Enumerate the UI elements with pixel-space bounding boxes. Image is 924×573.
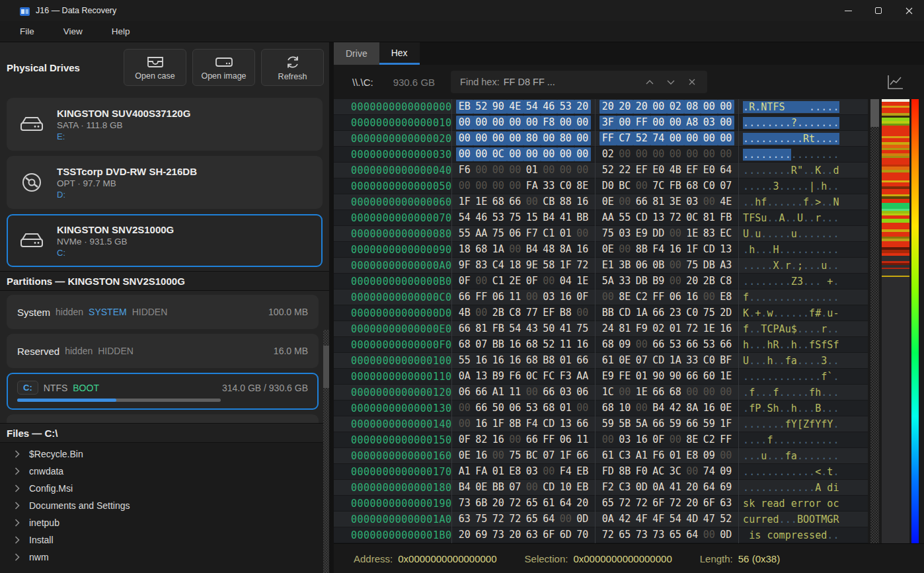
hex-byte[interactable]: 16 [557,290,574,304]
hex-byte[interactable]: 20 [684,496,701,510]
hex-byte[interactable]: 6F [650,496,668,510]
drive-card[interactable]: KINGSTON SUV400S37120GSATA · 111.8 GBE: [7,98,323,151]
hex-byte[interactable]: 68 [684,179,701,193]
hex-byte[interactable]: CD [701,243,718,256]
hex-byte[interactable]: 66 [507,195,524,209]
hex-byte[interactable]: 61 [599,449,617,463]
hex-byte[interactable]: 08 [684,100,701,114]
hex-byte[interactable]: 4D [684,512,701,526]
hex-byte[interactable]: 06 [574,385,592,399]
hex-byte[interactable]: 66 [473,385,490,399]
file-tree-item[interactable]: cnwdata [7,463,319,480]
hex-byte[interactable]: 68 [667,385,684,399]
hex-byte[interactable]: 00 [473,116,490,130]
hex-byte[interactable]: 00 [701,290,718,304]
hex-byte[interactable]: E8 [507,465,524,478]
hex-byte[interactable]: 68 [473,243,490,256]
hex-byte[interactable]: CD [541,480,558,494]
hex-byte[interactable]: 1F [557,449,574,463]
hex-byte[interactable]: 00 [701,147,718,161]
hex-byte[interactable]: 73 [490,528,507,542]
hex-byte[interactable]: 11 [557,338,574,352]
hex-byte[interactable]: 07 [473,338,490,352]
hex-byte[interactable]: 0E [718,401,735,415]
hex-byte[interactable]: 00 [541,465,558,478]
tab-drive[interactable]: Drive [334,42,379,65]
hex-byte[interactable]: 13 [650,211,668,225]
hex-byte[interactable]: C2 [701,433,718,447]
hex-byte[interactable]: 68 [599,401,617,415]
chevron-right-icon[interactable] [15,536,20,544]
hex-byte[interactable]: 09 [617,338,634,352]
hex-byte[interactable]: 16 [684,290,701,304]
hex-byte[interactable]: 00 [557,163,574,177]
hex-byte[interactable]: AA [473,227,490,241]
hex-byte[interactable]: BF [718,354,735,367]
hex-byte[interactable]: 00 [507,179,524,193]
hex-byte[interactable]: 64 [684,528,701,542]
hex-byte[interactable]: CD [633,211,650,225]
hex-byte[interactable]: 75 [473,512,490,526]
hex-byte[interactable]: 82 [473,433,490,447]
hex-byte[interactable]: FF [541,433,558,447]
hex-row[interactable]: 000000000000009018681A00B4488A160E008BF4… [334,242,868,258]
hex-byte[interactable]: 0C [490,147,507,161]
partition-row[interactable]: SystemhiddenSYSTEMHIDDEN100.0 MB [7,295,319,329]
hex-byte[interactable]: 00 [507,243,524,256]
ascii-cell[interactable]: .....X.r.;...u.. [743,260,842,272]
hex-byte[interactable]: 63 [456,512,473,526]
hex-byte[interactable]: 00 [490,449,507,463]
hex-byte[interactable]: 46 [473,211,490,225]
hex-byte[interactable]: 06 [633,258,650,272]
hex-byte[interactable]: 66 [456,322,473,336]
hex-byte[interactable]: 00 [718,116,735,130]
hex-byte[interactable]: 00 [718,147,735,161]
hex-byte[interactable]: 66 [574,449,592,463]
hex-byte[interactable]: 81 [473,322,490,336]
hex-byte[interactable]: 00 [490,179,507,193]
hex-byte[interactable]: 72 [507,496,524,510]
hex-byte[interactable]: 00 [667,132,684,145]
hex-byte[interactable]: 01 [667,322,684,336]
hex-row[interactable]: 0000000000000000EB52904E5446532020202000… [334,99,868,115]
hex-byte[interactable]: 55 [617,211,634,225]
hex-byte[interactable]: FB [490,322,507,336]
hex-byte[interactable]: BB [599,306,617,320]
hex-byte[interactable]: 18 [507,258,524,272]
hex-byte[interactable]: 74 [650,132,668,145]
entropy-map[interactable] [882,99,909,543]
hex-byte[interactable]: 65 [523,512,541,526]
hex-byte[interactable]: 3E [667,195,684,209]
hex-byte[interactable]: 53 [557,100,574,114]
hex-byte[interactable]: 54 [456,211,473,225]
hex-byte[interactable]: 00 [456,401,473,415]
hex-byte[interactable]: 75 [684,258,701,272]
file-tree-item[interactable]: Install [7,531,319,549]
hex-byte[interactable]: 1E [701,322,718,336]
hex-byte[interactable]: C0 [557,179,574,193]
hex-byte[interactable]: 75 [574,322,592,336]
hex-byte[interactable]: 66 [523,433,541,447]
hex-byte[interactable]: EC [718,227,735,241]
hex-byte[interactable]: 00 [633,401,650,415]
hex-byte[interactable]: 00 [684,132,701,145]
hex-byte[interactable]: 64 [541,512,558,526]
hex-byte[interactable]: 68 [599,338,617,352]
hex-byte[interactable]: 88 [557,195,574,209]
hex-byte[interactable]: 00 [523,290,541,304]
hex-byte[interactable]: DB [701,258,718,272]
hex-byte[interactable]: 03 [557,385,574,399]
hex-row[interactable]: 00000000000000E06681FB54435041752481F902… [334,321,868,337]
ascii-cell[interactable]: .R.NTFS ..... [743,101,842,113]
hex-byte[interactable]: 4E [507,100,524,114]
hex-byte[interactable]: 8E [684,433,701,447]
hex-byte[interactable]: FB [667,179,684,193]
hex-byte[interactable]: 00 [473,132,490,145]
hex-byte[interactable]: 5A [599,274,617,288]
hex-byte[interactable]: 20 [490,496,507,510]
hex-byte[interactable]: 73 [650,528,668,542]
hex-byte[interactable]: 20 [633,100,650,114]
hex-byte[interactable]: EF [684,163,701,177]
hex-row[interactable]: 00000000000001500F82160066FF06110003160F… [334,432,868,448]
hex-byte[interactable]: 1F [718,417,735,431]
